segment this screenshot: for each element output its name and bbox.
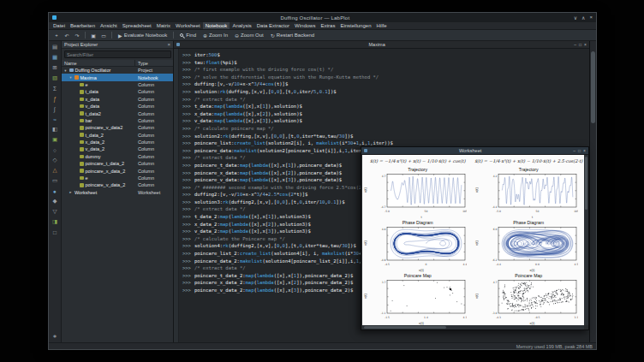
menu-analysis[interactable]: Analysis	[230, 22, 253, 29]
subwindow-restore-icon[interactable]: □	[579, 42, 581, 47]
notebook-line[interactable]: >>>x_data:map(lambda([x],x[2]),solution)…	[182, 110, 587, 118]
worksheet-page[interactable]: ẍ(t) = −1/4·x³(t) + x(t) − 1/10·ẋ(t) + c…	[362, 155, 584, 325]
expander-icon[interactable]: ▾	[69, 75, 73, 80]
menu-einstellungen[interactable]: Einstellungen	[337, 22, 373, 29]
column-header-type[interactable]: Type	[135, 60, 173, 66]
notebook-line[interactable]: >>>tau:float(%pi)$	[182, 59, 587, 67]
menu-spreadsheet[interactable]: Spreadsheet	[120, 22, 154, 29]
notebook-scrollbar[interactable]	[590, 41, 596, 342]
maximize-icon[interactable]: ∧	[581, 15, 585, 21]
tree-row-t-data[interactable]: t_dataColumn	[62, 88, 173, 95]
plot-poincare-map-1[interactable]: Poincare Mapv(t)x(t)-1.51.44.3-1.13.7	[362, 272, 474, 325]
notebook-line[interactable]: >>>/* solve the differential equation wi…	[182, 74, 587, 81]
tree-row-poincare-x-data-2[interactable]: poincare_x_data_2Column	[62, 167, 173, 174]
tree-row-v-data-2[interactable]: v_data_2Column	[62, 145, 173, 152]
subwindow-minimize-icon[interactable]: –	[573, 148, 575, 153]
notebook-line[interactable]: >>>v_data:map(lambda([x],x[3]),solution)…	[182, 117, 587, 125]
redo-button[interactable]: ↷	[73, 31, 81, 39]
plot-phase-diagram-1[interactable]: Phase Diagramv(t)x(t)-4.504.4-4.94.8	[362, 219, 474, 272]
subwindow-restore-icon[interactable]: □	[578, 148, 581, 153]
tree-row-e[interactable]: eColumn	[62, 175, 173, 181]
minimize-icon[interactable]: ∨	[574, 15, 577, 21]
plot-trajectory-1[interactable]: Trajectoryx(t)t-5.050105-4.74.7	[362, 166, 474, 219]
toolbox-icon-1[interactable]: ▤	[51, 43, 60, 51]
toolbox-icon-6[interactable]: ƒ	[51, 94, 60, 103]
tree-row-bar[interactable]: barColumn	[62, 117, 173, 124]
export-button[interactable]: ▭	[99, 31, 108, 39]
menu-datei[interactable]: Datei	[51, 22, 68, 29]
tree-row-dummy[interactable]: dummyColumn	[62, 153, 173, 160]
toolbox-icon-2[interactable]: ▦	[51, 53, 60, 62]
toolbox-icon-5[interactable]: Σ	[51, 84, 60, 92]
tree-row-poincare-v-data-2[interactable]: poincare_v_data_2Column	[62, 181, 173, 188]
tree-row-poincare-t-data-2[interactable]: poincare_t_data_2Column	[62, 160, 173, 167]
toolbox-icon-20[interactable]: ∗	[51, 332, 60, 341]
worksheet-horizontal-scrollbar[interactable]	[362, 325, 584, 329]
notebook-line[interactable]: >>>duffing:[v,-v/10+x-x^3/4+cos(t)]$	[182, 80, 587, 88]
find-button[interactable]: Find	[177, 32, 199, 39]
maxima-titlebar[interactable]: Maxima – □ ×	[174, 41, 589, 49]
worksheet-titlebar[interactable]: Worksheet – □ ×	[361, 147, 588, 155]
evaluate-notebook-button[interactable]: ▶Evaluate Notebook	[116, 32, 170, 39]
search-input[interactable]	[64, 50, 171, 58]
expander-icon[interactable]: ▸	[69, 190, 73, 194]
restart-backend-button[interactable]: ↻Restart Backend	[268, 32, 317, 39]
toolbox-icon-12[interactable]: ◇	[51, 156, 60, 164]
notebook-line[interactable]: >>>solution:rk(duffing,[x,v],[0,0],[t,0,…	[182, 88, 587, 96]
toolbox-icon-19[interactable]: □	[51, 228, 60, 236]
titlebar[interactable]: Duffing Oscillator — LabPlot ∨ ∧ ×	[49, 13, 596, 22]
menu-ansicht[interactable]: Ansicht	[98, 22, 120, 29]
notebook-line[interactable]: >>>/* calculate poincare map */	[182, 125, 587, 133]
new-button[interactable]: +	[52, 31, 61, 39]
tree-row-v-data[interactable]: v_dataColumn	[62, 103, 173, 110]
scrollbar-thumb[interactable]	[585, 157, 587, 210]
notebook-line[interactable]: >>>solution2:rk(duffing,[x,v],[0,0],[t,0…	[182, 133, 587, 140]
toolbox-icon-14[interactable]: ▭	[51, 176, 60, 185]
notebook-line[interactable]: >>>t_data:map(lambda([x],x[1]),solution)…	[182, 103, 587, 110]
notebook-line[interactable]: >>>/* extract data */	[182, 96, 587, 104]
toolbox-icon-11[interactable]: ○	[51, 145, 60, 154]
subwindow-close-icon[interactable]: ×	[584, 42, 587, 47]
undo-button[interactable]: ↶	[63, 31, 71, 39]
notebook-line[interactable]: >>>iter:500$	[182, 51, 587, 59]
toolbox-icon-16[interactable]: ◆	[51, 197, 60, 205]
worksheet-vertical-scrollbar[interactable]	[584, 155, 588, 325]
menu-matrix[interactable]: Matrix	[154, 22, 173, 29]
subwindow-minimize-icon[interactable]: –	[574, 42, 576, 47]
toolbox-icon-15[interactable]: ●	[51, 187, 60, 195]
menu-worksheet[interactable]: Worksheet	[173, 22, 203, 29]
tree-row-x-data-2[interactable]: x_data_2Column	[62, 139, 173, 145]
toolbox-icon-4[interactable]: ▧	[51, 74, 60, 82]
menu-windows[interactable]: Windows	[292, 22, 318, 29]
toolbox-icon-13[interactable]: △	[51, 166, 60, 175]
toolbox-icon-9[interactable]: ◧	[51, 125, 60, 134]
tree-row-t-data-2[interactable]: t_data_2Column	[62, 132, 173, 139]
plot-phase-diagram-2[interactable]: Phase Diagramv(t)x(t)-4.40.04.5-6.26.0	[474, 219, 585, 272]
tree-row-t-data2[interactable]: t_data2Column	[62, 110, 173, 116]
menu-extras[interactable]: Extras	[318, 22, 337, 29]
scrollbar-thumb[interactable]	[364, 326, 446, 329]
toolbox-icon-18[interactable]: ◨	[51, 217, 60, 226]
tree-row-e[interactable]: eColumn	[62, 81, 173, 88]
plot-poincare-map-2[interactable]: Poincare Mapv(t)x(t)-4.3-0.53.3-3.84.7	[474, 272, 585, 325]
plot-trajectory-2[interactable]: Trajectoryx(t)t-5.050105-4.44.2	[474, 166, 585, 219]
menu-hilfe[interactable]: Hilfe	[373, 22, 389, 29]
tree-row-poincare-v-data2[interactable]: poincare_v_data2Column	[62, 124, 173, 131]
menu-notebook[interactable]: Notebook	[203, 22, 230, 29]
notebook-line[interactable]: >>>/* first example with the driving for…	[182, 66, 587, 74]
tree-row-worksheet[interactable]: ▸WorksheetWorksheet	[62, 189, 173, 196]
toolbox-icon-10[interactable]: ▣	[51, 135, 60, 144]
scrollbar-thumb[interactable]	[591, 51, 595, 123]
toolbox-icon-7[interactable]: ∫	[51, 104, 60, 113]
expander-icon[interactable]: ▾	[63, 68, 68, 73]
menu-bearbeiten[interactable]: Bearbeiten	[68, 22, 98, 29]
close-icon[interactable]: ×	[589, 15, 593, 21]
zoom-in-button[interactable]: ⊕Zoom In	[200, 32, 230, 39]
tree-row-x-data[interactable]: x_dataColumn	[62, 96, 173, 103]
project-explorer-header[interactable]: Project Explorer ×	[62, 41, 173, 49]
toolbox-icon-17[interactable]: ▽	[51, 207, 60, 216]
column-header-name[interactable]: Name	[62, 60, 135, 66]
toolbox-icon-8[interactable]: ≈	[51, 115, 60, 123]
panel-close-icon[interactable]: ×	[167, 42, 170, 47]
tree-row-duffing-oscillator[interactable]: ▾Duffing OscillatorProject	[62, 67, 173, 74]
